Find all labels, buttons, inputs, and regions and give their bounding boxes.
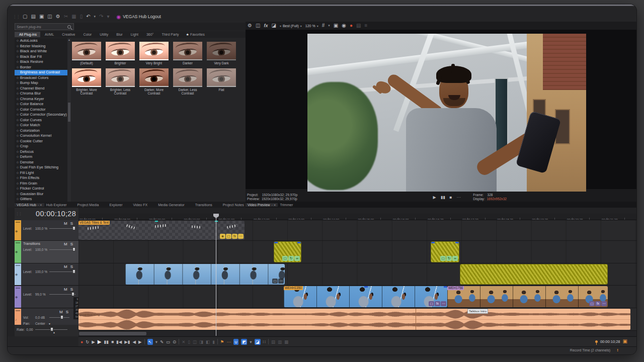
redo-icon[interactable]: ↷	[99, 14, 103, 20]
solo-button[interactable]: S	[70, 221, 76, 226]
plugin-item[interactable]: ☆Cookie Cutter	[15, 139, 67, 144]
favorite-star-icon[interactable]: ☆	[16, 197, 19, 201]
track-lane-2[interactable]: ▢↻∞ ▢↻∞	[78, 241, 636, 263]
normal-edit-tool-button[interactable]: ↖	[147, 339, 153, 345]
favorite-star-icon[interactable]: ☆	[16, 129, 19, 132]
record-button[interactable]: ●	[80, 339, 83, 345]
preset-item[interactable]: Brighter, More Contrast	[72, 68, 101, 96]
favorite-star-icon[interactable]: ☆	[16, 39, 19, 42]
plugin-list-scrollbar[interactable]: ▲	[67, 38, 71, 202]
save-snapshot-icon[interactable]: ◉	[342, 23, 346, 29]
plugin-item[interactable]: ☆Dual Fish Eye Stitching	[15, 165, 67, 170]
favorite-star-icon[interactable]: ☆	[16, 123, 19, 127]
favorite-star-icon[interactable]: ☆	[16, 102, 19, 106]
preset-item[interactable]: Darker, Less Contrast	[173, 68, 202, 96]
plugin-item[interactable]: ☆Film Grain	[15, 181, 67, 187]
mute-button[interactable]: M	[64, 287, 70, 292]
grid-dropdown-icon[interactable]: ▾	[328, 23, 330, 29]
plugin-item[interactable]: ☆Color Corrector (Secondary)	[15, 112, 67, 118]
generated-media-clip-wide[interactable]	[460, 264, 608, 285]
event-buttons[interactable]: ▢fx⋯	[589, 301, 607, 306]
event-mute-button[interactable]: ◨	[199, 339, 203, 345]
rate-slider[interactable]	[35, 329, 67, 330]
plugin-item[interactable]: ☆Defocus	[15, 149, 67, 155]
plugin-item[interactable]: ☆Color Balance	[15, 102, 67, 107]
open-project-icon[interactable]: ▤	[31, 14, 35, 20]
event-buttons[interactable]: ▢↻∞	[282, 256, 300, 261]
plugin-item[interactable]: ☆Colorization	[15, 128, 67, 134]
fx-category-tab[interactable]: Utility	[95, 32, 112, 37]
favorite-star-icon[interactable]: ☆	[16, 108, 19, 111]
track-lane-4[interactable]: WEHH1350 ▢fx⋯ WEH1756 ▢fx⋯	[78, 286, 636, 308]
fx-category-tab[interactable]: Creative	[57, 32, 78, 37]
favorite-star-icon[interactable]: ☆	[16, 165, 19, 169]
favorite-star-icon[interactable]: ☆	[16, 44, 19, 48]
volume-slider[interactable]	[49, 317, 69, 318]
favorite-star-icon[interactable]: ☆	[16, 160, 19, 164]
split-event-button[interactable]: ◫	[193, 339, 197, 345]
plugin-item[interactable]: ☆Bump Map	[15, 80, 67, 86]
event-buttons[interactable]: ▢↻∞	[440, 256, 458, 261]
event-edge-detection-button[interactable]: ◪	[255, 339, 261, 345]
go-to-end-button[interactable]: ▶▮	[124, 339, 130, 345]
plugin-item[interactable]: ☆Chroma Blur	[15, 91, 67, 97]
cursor-time[interactable]: 00:00:10;28	[600, 339, 620, 344]
fx-category-tab[interactable]: Third Party	[157, 32, 182, 37]
audio-track-lane[interactable]: good-foot-song Talkbox Intro	[78, 308, 636, 331]
preview-tab[interactable]: Video Preview▫ ✕	[246, 203, 278, 207]
favorite-star-icon[interactable]: ☆	[16, 60, 19, 63]
timeline-ruler[interactable]: 00:00:07;0000:00:08;0000:00:09;0000:00:1…	[78, 214, 636, 220]
loop-playback-button[interactable]: ↻	[86, 339, 89, 345]
scrollbar-thumb[interactable]	[68, 103, 70, 122]
favorite-star-icon[interactable]: ☆	[16, 65, 19, 69]
event-buttons[interactable]: ▢fx⋯	[429, 301, 446, 306]
generated-media-clip[interactable]: ▢↻∞	[274, 241, 301, 262]
event-fade-button[interactable]: ◧	[206, 339, 210, 345]
popout-icon[interactable]: ▤	[356, 23, 361, 29]
video-output-fx-icon[interactable]: fx	[264, 23, 268, 29]
level-slider[interactable]	[49, 294, 75, 295]
previous-frame-button[interactable]: ◀	[132, 339, 136, 345]
event-buttons[interactable]: ▢⋯	[272, 279, 284, 284]
plugin-item[interactable]: ☆AutoLooks	[15, 38, 67, 44]
plugin-item[interactable]: ☆Color Match	[15, 123, 67, 128]
paste-icon[interactable]: ▯	[80, 14, 83, 20]
insert-marker-button[interactable]: ⚑	[220, 339, 224, 345]
project-properties-icon[interactable]: ◫	[47, 14, 52, 20]
playhead-line[interactable]	[216, 214, 216, 336]
scrollbar-thumb[interactable]	[79, 332, 146, 335]
plugin-item[interactable]: ☆Black and White	[15, 49, 67, 54]
cut-icon[interactable]: ✂	[64, 14, 68, 20]
favorite-star-icon[interactable]: ☆	[16, 155, 19, 158]
dock-tab[interactable]: VEGAS Hub▫ ✕	[15, 203, 44, 207]
fx-category-tab[interactable]: Color	[78, 32, 95, 37]
solo-button[interactable]: S	[70, 242, 76, 246]
selection-tool-button[interactable]: ▭	[166, 339, 170, 345]
dock-tab[interactable]: Explorer	[107, 203, 131, 207]
grid-overlay-icon[interactable]: #	[322, 23, 325, 29]
ripple-dropdown-icon[interactable]: ▾	[250, 339, 252, 345]
plugin-item[interactable]: ☆Film Effects	[15, 175, 67, 181]
favorite-star-icon[interactable]: ☆	[16, 134, 19, 137]
track-lane-1[interactable]: VEGAS Titles & Text ◈▢fx⋯	[78, 220, 636, 241]
mute-button[interactable]: M	[64, 264, 70, 269]
timeline-scrollbar[interactable]	[78, 331, 636, 336]
track-header-1[interactable]: ◈ MS Level:100,0 %	[15, 220, 78, 241]
plugin-item[interactable]: ☆Denoise	[15, 160, 67, 165]
plugin-item[interactable]: ☆Black Restore	[15, 59, 67, 65]
favorite-star-icon[interactable]: ☆	[16, 187, 19, 190]
solo-button[interactable]: S	[66, 310, 71, 314]
lock-event-button[interactable]: ▮	[212, 339, 215, 345]
external-monitor-icon[interactable]: ●	[350, 23, 353, 29]
dock-tab[interactable]: Transitions	[193, 203, 221, 207]
plugin-item[interactable]: ☆Border	[15, 65, 67, 70]
next-frame-button[interactable]: ▶	[138, 339, 142, 345]
plugin-item[interactable]: ☆Color Curves	[15, 118, 67, 123]
favorite-star-icon[interactable]: ☆	[16, 176, 19, 179]
dock-tab[interactable]: Project Media	[75, 203, 108, 207]
plugin-item[interactable]: ☆Channel Blend	[15, 86, 67, 92]
mute-button[interactable]: M	[64, 242, 70, 246]
plugin-item[interactable]: ☆Black Bar Fill	[15, 54, 67, 60]
video-clip-pullups[interactable]: ▢⋯	[125, 264, 285, 285]
envelope-tool-button[interactable]: ✎	[160, 339, 164, 345]
